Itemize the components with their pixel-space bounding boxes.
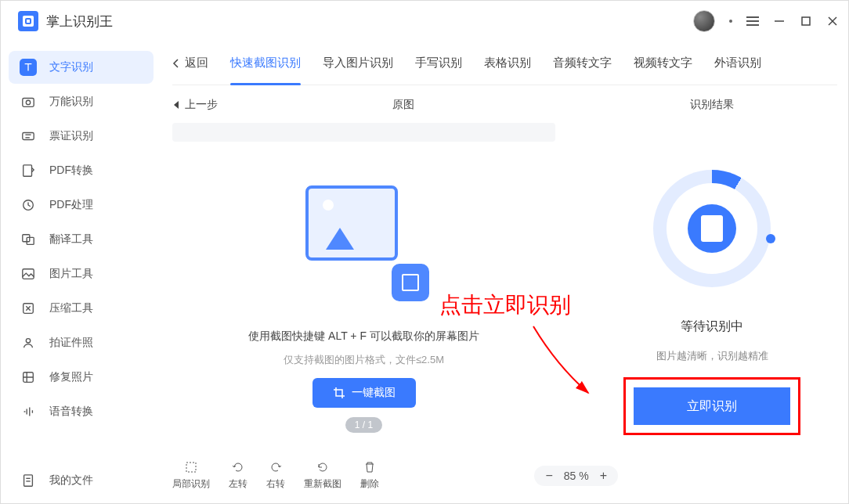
sidebar-item-label: PDF转换 (49, 164, 93, 178)
sidebar-item-label: 语音转换 (49, 405, 93, 419)
minimize-button[interactable] (773, 16, 786, 27)
tab-handwriting[interactable]: 手写识别 (415, 41, 462, 85)
sidebar-item-label: 压缩工具 (49, 301, 93, 315)
tool-rotate-left[interactable]: 左转 (229, 460, 247, 491)
rotate-right-icon (269, 460, 283, 474)
app-logo (18, 11, 38, 31)
sidebar-item-my-files[interactable]: 我的文件 (9, 464, 93, 497)
maximize-button[interactable] (800, 16, 812, 26)
sidebar-item-id-photo[interactable]: 拍证件照 (9, 326, 154, 359)
tool-delete[interactable]: 删除 (360, 460, 379, 491)
undo-icon (316, 460, 330, 474)
crop-icon (333, 387, 345, 399)
sidebar-item-ticket[interactable]: 票证识别 (9, 120, 154, 153)
sidebar-item-label: 我的文件 (49, 473, 93, 488)
close-button[interactable] (826, 16, 839, 26)
tool-recapture[interactable]: 重新截图 (304, 460, 341, 491)
sidebar-item-compress[interactable]: 压缩工具 (9, 292, 154, 325)
sidebar-item-label: 万能识别 (49, 95, 93, 109)
quality-hint: 图片越清晰，识别越精准 (656, 349, 768, 363)
tab-quick-screenshot[interactable]: 快速截图识别 (230, 41, 301, 85)
prev-label: 上一步 (185, 98, 218, 112)
screenshot-illustration (305, 185, 423, 295)
rotate-left-icon (231, 460, 245, 474)
tab-foreign[interactable]: 外语识别 (714, 41, 761, 85)
column-header-original: 原图 (219, 98, 587, 112)
zoom-control: − 85 % + (534, 466, 618, 486)
crop-badge-icon (392, 264, 429, 301)
sidebar-item-universal[interactable]: 万能识别 (9, 85, 154, 118)
crop-select-icon (184, 460, 198, 474)
id-photo-icon (20, 334, 37, 351)
svg-rect-6 (23, 133, 34, 140)
waiting-label: 等待识别中 (681, 319, 743, 335)
compress-icon (20, 300, 37, 317)
column-header-result: 识别结果 (587, 98, 837, 112)
thumbnail-strip (172, 123, 555, 142)
zoom-out-button[interactable]: − (545, 469, 552, 483)
progress-ring (653, 170, 771, 287)
svg-rect-17 (24, 475, 33, 486)
ticket-icon (20, 128, 37, 145)
svg-rect-20 (186, 463, 196, 472)
sidebar-item-label: 拍证件照 (49, 336, 93, 350)
back-button[interactable]: 返回 (172, 56, 208, 70)
svg-rect-4 (23, 99, 34, 107)
sidebar-item-label: 文字识别 (49, 60, 93, 74)
svg-rect-9 (23, 165, 32, 176)
translate-icon (20, 231, 37, 248)
pdf-process-icon (20, 196, 37, 214)
svg-rect-11 (23, 235, 30, 242)
sidebar-item-repair-photo[interactable]: 修复照片 (9, 361, 154, 394)
svg-rect-12 (27, 237, 34, 244)
sidebar-item-text-ocr[interactable]: 文字识别 (9, 51, 154, 84)
status-dot (729, 20, 732, 23)
zoom-value: 85 % (564, 470, 589, 482)
shortcut-hint: 使用截图快捷键 ALT + F 可以截取你的屏幕图片 (248, 329, 479, 344)
voice-icon (20, 403, 37, 420)
chevron-left-icon (172, 58, 180, 69)
svg-rect-1 (802, 17, 810, 25)
ring-dot (766, 234, 775, 243)
capture-label: 一键截图 (352, 386, 396, 400)
triangle-left-icon (172, 100, 180, 110)
sidebar-item-label: 修复照片 (49, 370, 93, 384)
sidebar-item-label: 翻译工具 (49, 232, 93, 247)
svg-point-5 (26, 100, 30, 104)
sidebar-item-label: 图片工具 (49, 267, 93, 281)
tab-import-image[interactable]: 导入图片识别 (323, 41, 393, 85)
back-label: 返回 (185, 56, 208, 70)
recognize-button[interactable]: 立即识别 (634, 387, 790, 425)
sidebar-item-voice[interactable]: 语音转换 (9, 395, 154, 428)
camera-icon (20, 93, 37, 110)
pager: 1 / 1 (345, 417, 382, 433)
menu-icon[interactable] (746, 16, 759, 26)
file-icon (20, 472, 37, 489)
trash-icon (363, 460, 377, 474)
zoom-in-button[interactable]: + (600, 469, 607, 483)
tool-partial-ocr[interactable]: 局部识别 (172, 460, 210, 491)
sidebar-item-image-tools[interactable]: 图片工具 (9, 257, 154, 290)
capture-button[interactable]: 一键截图 (313, 378, 416, 408)
pdf-convert-icon (20, 162, 37, 179)
tool-rotate-right[interactable]: 右转 (266, 460, 285, 491)
sidebar-item-translate[interactable]: 翻译工具 (9, 223, 154, 256)
repair-icon (20, 369, 37, 386)
sidebar-item-pdf-process[interactable]: PDF处理 (9, 189, 154, 221)
tab-audio[interactable]: 音频转文字 (553, 41, 612, 85)
svg-point-15 (26, 339, 30, 343)
document-icon (688, 204, 736, 253)
sidebar-item-label: PDF处理 (49, 198, 93, 212)
image-icon (20, 265, 37, 283)
highlight-box: 立即识别 (623, 377, 800, 435)
sidebar-item-label: 票证识别 (49, 129, 93, 143)
app-title: 掌上识别王 (46, 13, 113, 31)
tab-video[interactable]: 视频转文字 (634, 41, 692, 85)
text-icon (20, 59, 37, 76)
avatar[interactable] (693, 10, 715, 32)
sidebar-item-pdf-convert[interactable]: PDF转换 (9, 154, 154, 187)
format-hint: 仅支持截图的图片格式，文件≤2.5M (284, 353, 444, 367)
svg-rect-13 (23, 269, 34, 279)
tab-table[interactable]: 表格识别 (484, 41, 531, 85)
